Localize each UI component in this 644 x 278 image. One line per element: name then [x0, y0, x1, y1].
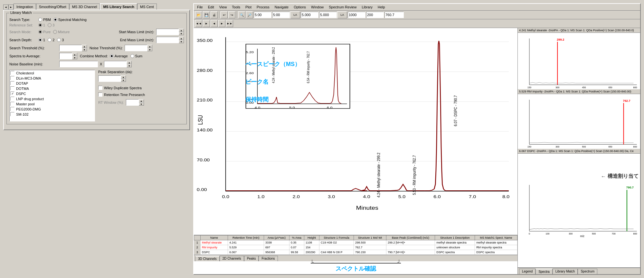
bottom-tab-fractions[interactable]: Fractions: [259, 256, 278, 261]
toolbar-btn-5[interactable]: ↪: [228, 11, 235, 18]
library-cholesterol[interactable]: Cholesterol: [10, 71, 94, 75]
toolbar-btn-zoom-out[interactable]: 🔎: [246, 11, 253, 18]
toolbar-input-2[interactable]: [272, 12, 290, 18]
peak-sep-down[interactable]: ▼: [121, 79, 126, 82]
noise-threshold-up[interactable]: ▲: [147, 45, 152, 48]
tab-ms-cent[interactable]: MS Cent: [137, 4, 157, 10]
spectra-tab-spectrum[interactable]: Spectrum: [578, 269, 597, 274]
radio-average[interactable]: Average: [110, 54, 128, 58]
noise-baseline-multiplier-field[interactable]: 1.000: [104, 61, 127, 67]
checkbox-peg[interactable]: [10, 107, 14, 111]
start-mass-input[interactable]: 150.00 ▲ ▼: [156, 29, 184, 35]
tb2-btn1[interactable]: ◄◄: [195, 20, 202, 27]
noise-multiplier-up[interactable]: ▲: [127, 61, 132, 64]
end-mass-down[interactable]: ▼: [179, 40, 184, 43]
rt-window-down[interactable]: ▼: [139, 102, 144, 106]
checkbox-wiley[interactable]: [98, 86, 102, 90]
spectra-avg-up[interactable]: ▲: [72, 53, 77, 56]
rt-window-spinners[interactable]: ▲ ▼: [139, 99, 144, 106]
noise-threshold-spinners[interactable]: ▲ ▼: [147, 45, 152, 51]
rt-window-up[interactable]: ▲: [139, 99, 144, 102]
bottom-tab-peaks[interactable]: Peaks: [244, 256, 259, 261]
radio-sum-btn[interactable]: [130, 54, 134, 58]
end-mass-input[interactable]: 840.00 ▲ ▼: [156, 37, 184, 43]
toolbar-btn-1[interactable]: 📂: [195, 11, 202, 18]
menu-view[interactable]: View: [217, 5, 229, 10]
noise-threshold-down[interactable]: ▼: [147, 48, 152, 51]
radio-sum[interactable]: Sum: [130, 54, 143, 58]
bottom-tab-2d[interactable]: 2D Channels: [220, 256, 244, 261]
tab-ms3d[interactable]: MS 3D Channel: [69, 4, 100, 10]
menu-navigate[interactable]: Navigate: [273, 5, 290, 10]
library-peg[interactable]: PEG2000-DMG: [10, 107, 94, 111]
menu-options[interactable]: Options: [292, 5, 308, 10]
toolbar-btn-2[interactable]: 💾: [203, 11, 210, 18]
toolbar-btn-4[interactable]: ↩: [221, 11, 228, 18]
toolbar-btn-la[interactable]: LA: [290, 11, 300, 18]
start-mass-field[interactable]: 150.00: [156, 29, 179, 35]
library-dotap[interactable]: DOTAP: [10, 81, 94, 85]
noise-threshold-input[interactable]: 10.000 ▲ ▼: [125, 45, 152, 51]
search-threshold-up[interactable]: ▲: [82, 45, 87, 48]
tb2-btn4[interactable]: ►: [218, 20, 225, 27]
toolbar-input-4[interactable]: [319, 12, 337, 18]
checkbox-dlin[interactable]: [10, 76, 14, 80]
noise-baseline-field[interactable]: [59, 61, 98, 67]
radio-depth3-btn[interactable]: [57, 38, 61, 42]
library-dlin[interactable]: DLin-MC3-DMA: [10, 76, 94, 80]
radio-pbm-btn[interactable]: [38, 18, 42, 22]
menu-file[interactable]: File: [195, 5, 205, 10]
wiley-dup-option[interactable]: Wiley Duplicate Spectra: [98, 86, 184, 90]
library-dotma[interactable]: DOTMA: [10, 86, 94, 91]
radio-pbm[interactable]: PBM: [38, 18, 51, 22]
rt-window-input[interactable]: 5.0 ▲ ▼: [126, 99, 144, 106]
end-mass-field[interactable]: 840.00: [156, 37, 179, 43]
end-mass-up[interactable]: ▲: [179, 37, 184, 40]
spectra-avg-field[interactable]: 5: [59, 53, 72, 59]
radio-depth2-btn[interactable]: [48, 38, 52, 42]
checkbox-master[interactable]: [10, 102, 14, 106]
toolbar-input-5[interactable]: [348, 12, 365, 18]
tab-ms-library-search[interactable]: MS Library Search: [100, 3, 137, 10]
radio-spectral[interactable]: Spectral Matching: [53, 18, 87, 22]
checkbox-dotma[interactable]: [10, 86, 14, 91]
checkbox-lnp[interactable]: [10, 97, 14, 101]
noise-baseline-multiplier-spinners[interactable]: ▲ ▼: [127, 61, 132, 67]
tb2-btn3[interactable]: ◄: [211, 20, 218, 27]
search-threshold-spinners[interactable]: ▲ ▼: [82, 45, 87, 51]
menu-spectrum-review[interactable]: Spectrum Review: [327, 5, 358, 10]
checkbox-sm102[interactable]: [10, 112, 14, 116]
noise-baseline-multiplier-input[interactable]: 1.000 ▲ ▼: [104, 61, 132, 67]
menu-help[interactable]: Help: [376, 5, 387, 10]
rt-window-field[interactable]: 5.0: [126, 99, 139, 106]
retention-time-option[interactable]: Retention Time Presearch: [98, 92, 184, 97]
menu-window[interactable]: Window: [309, 5, 326, 10]
menu-library[interactable]: Library: [360, 5, 374, 10]
menu-edit[interactable]: Edit: [206, 5, 216, 10]
menu-plot[interactable]: Plot: [243, 5, 253, 10]
radio-depth1[interactable]: 1: [38, 38, 45, 42]
radio-spectral-btn[interactable]: [53, 18, 57, 22]
spectra-avg-spinners[interactable]: ▲ ▼: [72, 53, 77, 59]
peak-sep-spinners[interactable]: ▲ ▼: [121, 75, 126, 82]
start-mass-down[interactable]: ▼: [179, 32, 184, 35]
checkbox-cholesterol[interactable]: [10, 71, 14, 75]
tab-smoothing[interactable]: Smoothing/Offset: [36, 4, 69, 10]
library-master[interactable]: Master pool: [10, 102, 94, 106]
library-dspc[interactable]: DSPC: [10, 91, 94, 96]
spectra-tab-spectra[interactable]: Spectra: [535, 269, 552, 274]
library-list[interactable]: Cholesterol DLin-MC3-DMA DOTAP DOTM: [9, 70, 95, 121]
noise-threshold-field[interactable]: 10.000: [125, 45, 147, 51]
toolbar-btn-zoom-in[interactable]: 🔍: [238, 11, 245, 18]
library-sm102[interactable]: SM-102: [10, 112, 94, 116]
spectra-tab-library[interactable]: Library Match: [553, 269, 578, 274]
search-threshold-down[interactable]: ▼: [82, 48, 87, 51]
toolbar-input-3[interactable]: [301, 12, 318, 18]
tb2-btn5[interactable]: ►►: [226, 20, 233, 27]
spectra-avg-down[interactable]: ▼: [72, 56, 77, 59]
start-mass-spinners[interactable]: ▲ ▼: [179, 29, 184, 35]
radio-depth2[interactable]: 2: [48, 38, 54, 42]
noise-multiplier-down[interactable]: ▼: [127, 64, 132, 67]
peak-sep-input[interactable]: 1.0000 ▲ ▼: [98, 75, 126, 82]
toolbar-input-7[interactable]: [384, 12, 404, 18]
